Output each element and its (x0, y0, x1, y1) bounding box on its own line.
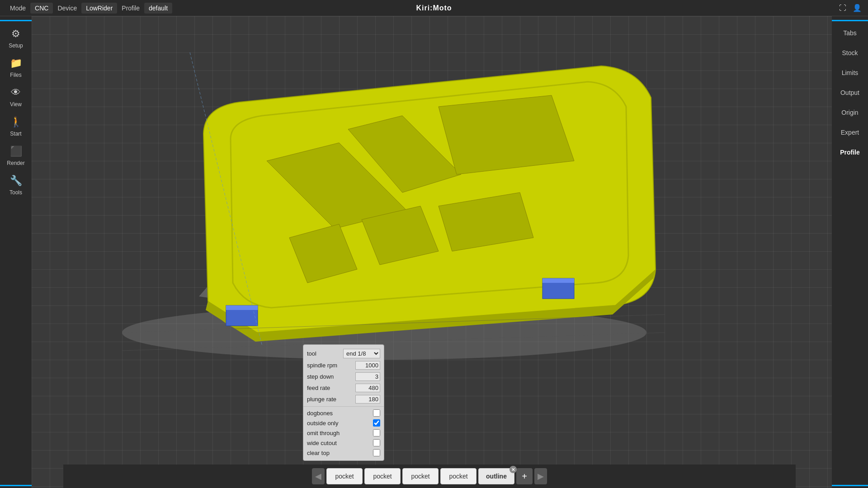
right-item-output[interactable]: Output (833, 83, 867, 103)
cnc-button[interactable]: CNC (30, 3, 53, 14)
sidebar-label-setup: Setup (9, 42, 23, 49)
feed-rate-input[interactable] (355, 384, 380, 392)
sidebar-label-tools: Tools (9, 189, 22, 196)
sidebar-item-setup[interactable]: ⚙ Setup (2, 23, 29, 52)
right-divider-top (832, 20, 868, 21)
plunge-rate-label: plunge rate (307, 396, 354, 403)
sidebar-label-start: Start (10, 131, 21, 137)
plunge-rate-input[interactable] (355, 395, 380, 404)
omit-through-row: omit through (303, 428, 384, 438)
tab-add-button[interactable]: + (516, 468, 533, 484)
sidebar-label-view: View (10, 101, 22, 108)
tabbar: ◀ pocket pocket pocket pocket outline ✕ … (63, 465, 796, 488)
clear-top-row: clear top (303, 448, 384, 458)
spindle-rpm-input[interactable] (355, 361, 380, 370)
clear-top-checkbox[interactable] (373, 449, 380, 456)
blue-cube-right-top (542, 278, 574, 283)
wide-cutout-checkbox[interactable] (373, 439, 380, 446)
wide-cutout-label: wide cutout (307, 440, 371, 446)
settings-divider (303, 406, 384, 407)
view-icon: 👁 (9, 85, 23, 100)
files-icon: 📁 (9, 56, 23, 70)
right-item-stock[interactable]: Stock (833, 43, 867, 63)
tab-outline-label: outline (486, 473, 507, 480)
tool-label: tool (307, 350, 341, 357)
right-sidebar: Tabs Stock Limits Output Origin Expert P… (832, 16, 868, 488)
sidebar-label-files: Files (10, 72, 21, 78)
right-divider-bottom (832, 485, 868, 486)
dogbones-label: dogbones (307, 410, 371, 417)
sidebar-divider-bottom (0, 485, 32, 486)
right-item-tabs[interactable]: Tabs (833, 23, 867, 43)
mode-button[interactable]: Mode (5, 3, 30, 14)
right-item-origin[interactable]: Origin (833, 103, 867, 122)
tab-pocket-1[interactable]: pocket (326, 468, 363, 484)
omit-through-checkbox[interactable] (373, 429, 380, 436)
tab-pocket-2[interactable]: pocket (364, 468, 401, 484)
left-sidebar: ⚙ Setup 📁 Files 👁 View 🚶 Start ⬛ Render … (0, 16, 32, 488)
topbar-right: ⛶ 👤 (837, 3, 863, 14)
step-down-row: step down (303, 371, 384, 382)
tab-outline-close[interactable]: ✕ (509, 466, 517, 473)
sidebar-item-files[interactable]: 📁 Files (2, 52, 29, 82)
profile-value[interactable]: default (144, 3, 172, 14)
setup-icon: ⚙ (9, 27, 23, 41)
3d-scene (32, 16, 832, 488)
tab-pocket-3[interactable]: pocket (402, 468, 439, 484)
tab-scroll-left[interactable]: ◀ (312, 468, 325, 484)
yellow-object-top (203, 66, 656, 333)
sidebar-item-view[interactable]: 👁 View (2, 82, 29, 111)
sidebar-item-render[interactable]: ⬛ Render (2, 141, 29, 170)
tool-select[interactable]: end 1/8end 1/4ball 1/8 (343, 349, 380, 358)
user-icon[interactable]: 👤 (852, 3, 863, 14)
app-title: Kiri:Moto (416, 4, 452, 12)
step-down-input[interactable] (355, 372, 380, 381)
tab-pocket-4[interactable]: pocket (440, 468, 476, 484)
outside-only-label: outside only (307, 420, 371, 427)
scene-svg (32, 16, 832, 488)
wide-cutout-row: wide cutout (303, 438, 384, 448)
fullscreen-icon[interactable]: ⛶ (837, 3, 848, 14)
settings-panel: tool end 1/8end 1/4ball 1/8 spindle rpm … (303, 344, 384, 461)
start-icon: 🚶 (9, 115, 23, 129)
feed-rate-label: feed rate (307, 385, 354, 391)
device-value[interactable]: LowRider (81, 3, 117, 14)
engraving-right (439, 95, 574, 174)
sidebar-item-start[interactable]: 🚶 Start (2, 111, 29, 141)
topbar: Mode CNC Device LowRider Profile default… (0, 0, 868, 16)
sidebar-item-tools[interactable]: 🔧 Tools (2, 170, 29, 199)
right-item-expert[interactable]: Expert (833, 122, 867, 142)
tools-icon: 🔧 (9, 174, 23, 188)
step-down-label: step down (307, 373, 354, 380)
right-item-profile[interactable]: Profile (833, 142, 867, 162)
spindle-rpm-row: spindle rpm (303, 360, 384, 371)
omit-through-label: omit through (307, 430, 371, 436)
spindle-rpm-label: spindle rpm (307, 362, 354, 369)
viewport[interactable]: tool end 1/8end 1/4ball 1/8 spindle rpm … (32, 16, 832, 488)
outside-only-row: outside only (303, 418, 384, 428)
clear-top-label: clear top (307, 450, 371, 456)
render-icon: ⬛ (9, 144, 23, 159)
profile-label: Profile (117, 3, 144, 14)
feed-rate-row: feed rate (303, 382, 384, 394)
outside-only-checkbox[interactable] (373, 419, 380, 427)
right-item-limits[interactable]: Limits (833, 63, 867, 83)
device-label: Device (53, 3, 81, 14)
dogbones-row: dogbones (303, 408, 384, 418)
sidebar-divider-top (0, 20, 32, 21)
plunge-rate-row: plunge rate (303, 394, 384, 405)
dogbones-checkbox[interactable] (373, 409, 380, 417)
tool-row: tool end 1/8end 1/4ball 1/8 (303, 347, 384, 360)
tab-scroll-right[interactable]: ▶ (534, 468, 547, 484)
sidebar-label-render: Render (7, 160, 24, 166)
tab-outline[interactable]: outline ✕ (478, 468, 514, 484)
